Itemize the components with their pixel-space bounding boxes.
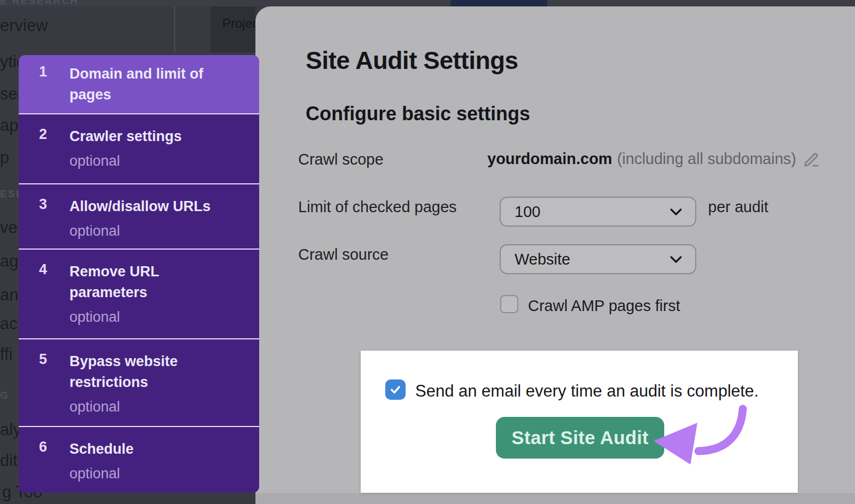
chevron-down-icon	[670, 255, 682, 263]
page-title: Site Audit Settings	[306, 46, 518, 75]
step-optional-label: optional	[69, 151, 235, 172]
step-crawler-settings[interactable]: 2 Crawler settings optional	[19, 114, 259, 183]
step-number: 3	[39, 196, 69, 249]
crawl-scope-domain: yourdomain.com	[487, 150, 612, 168]
step-domain-and-limit[interactable]: 1 Domain and limit of pages	[19, 55, 259, 113]
step-allow-disallow-urls[interactable]: 3 Allow/disallow URLs optional	[19, 184, 259, 249]
amp-checkbox[interactable]	[500, 295, 518, 313]
step-optional-label: optional	[69, 397, 235, 417]
background-divider	[174, 6, 175, 52]
limit-select[interactable]: 100	[500, 197, 696, 227]
step-title: Allow/disallow URLs	[69, 196, 235, 217]
step-title: Crawler settings	[69, 126, 235, 147]
background-nav-item: dit	[0, 451, 18, 470]
step-optional-label: optional	[69, 221, 235, 242]
step-bypass-website-restrictions[interactable]: 5 Bypass website restrictions optional	[19, 339, 259, 426]
chevron-down-icon	[670, 208, 682, 216]
background-nav-item: p	[0, 148, 9, 167]
start-site-audit-button[interactable]: Start Site Audit	[496, 417, 664, 459]
modal-bottom-edge	[255, 493, 855, 504]
background-topbar-accent	[450, 0, 547, 6]
background-nav-item: aly	[0, 420, 21, 439]
background-nav-item: ap	[0, 116, 18, 135]
background-projects-label: Projec	[222, 16, 259, 31]
step-number: 4	[39, 261, 69, 338]
step-schedule[interactable]: 6 Schedule optional	[19, 427, 259, 493]
limit-label: Limit of checked pages	[298, 198, 457, 216]
step-number: 2	[39, 126, 69, 183]
section-title: Configure basic settings	[306, 103, 530, 125]
step-number: 6	[39, 439, 69, 493]
step-optional-label: optional	[69, 307, 235, 328]
limit-select-value: 100	[515, 203, 670, 221]
crawl-scope-note: (including all subdomains)	[617, 150, 796, 168]
amp-checkbox-label: Crawl AMP pages first	[528, 297, 680, 315]
step-title: Bypass website restrictions	[69, 351, 235, 393]
step-title: Domain and limit of pages	[69, 64, 235, 105]
step-remove-url-parameters[interactable]: 4 Remove URL parameters optional	[19, 250, 259, 338]
crawl-scope-value: yourdomain.com (including all subdomains…	[487, 150, 821, 168]
limit-suffix: per audit	[708, 198, 768, 216]
step-title: Schedule	[69, 439, 235, 460]
wizard-steps-panel: 1 Domain and limit of pages 2 Crawler se…	[19, 55, 259, 493]
email-checkbox[interactable]	[385, 379, 406, 400]
crawl-source-select-value: Website	[515, 251, 670, 268]
start-site-audit-label: Start Site Audit	[511, 427, 648, 448]
background-nav-item: erview	[0, 16, 48, 35]
background-nav-item: ffi	[0, 345, 13, 364]
screen: Projec E RESEARCH erview ytic sea ap p E…	[0, 0, 855, 504]
background-nav-section: E RESEARCH	[0, 0, 79, 7]
crawl-scope-label: Crawl scope	[298, 151, 384, 168]
step-number: 5	[39, 351, 69, 426]
crawl-source-select[interactable]: Website	[500, 244, 696, 274]
step-optional-label: optional	[69, 463, 235, 484]
step-title: Remove URL parameters	[69, 261, 235, 303]
edit-icon[interactable]	[803, 150, 821, 168]
email-callout-box: Send an email every time an audit is com…	[361, 351, 798, 493]
crawl-source-label: Crawl source	[298, 246, 388, 263]
step-number: 1	[39, 64, 69, 113]
background-nav-section: G	[0, 390, 9, 401]
email-checkbox-label: Send an email every time an audit is com…	[415, 382, 759, 401]
background-topbar	[0, 0, 855, 6]
